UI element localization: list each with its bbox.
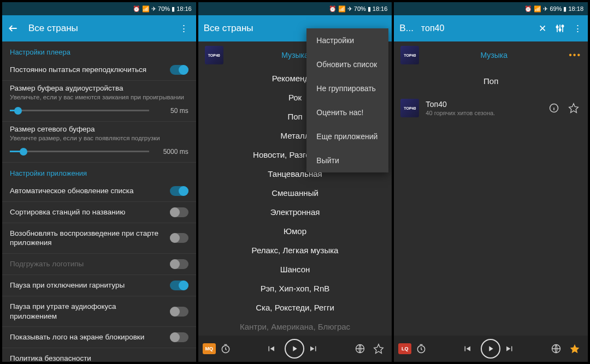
sleep-timer-icon[interactable]: [416, 343, 430, 354]
toggle-show-lock[interactable]: [170, 332, 188, 342]
screen-settings: ⏰ 📶 ✈ 70% ▮ 18:16 Все страны ⋮ Настройки…: [2, 2, 196, 362]
section-more-icon[interactable]: •••: [569, 50, 581, 60]
play-button[interactable]: [285, 339, 304, 359]
setting-resume[interactable]: Возобновлять воспроизведение при старте …: [2, 223, 196, 254]
results-list[interactable]: TOP40 Музыка ••• Поп TOP40 Топ40 40 горя…: [394, 41, 588, 336]
menu-ungroup[interactable]: Не группировать: [306, 76, 388, 100]
station-row[interactable]: TOP40 Топ40 40 горячих хитов сезона.: [394, 93, 588, 123]
category-item[interactable]: Шансон: [198, 260, 392, 279]
star-icon[interactable]: [569, 343, 583, 354]
category-item[interactable]: Электронная: [198, 202, 392, 222]
globe-icon[interactable]: [355, 343, 369, 354]
search-input[interactable]: [421, 23, 530, 33]
alarm-icon: ⏰: [133, 5, 140, 13]
airplane-icon: ✈: [347, 5, 352, 13]
toggle-sort[interactable]: [170, 207, 188, 217]
next-icon[interactable]: [505, 344, 519, 354]
player-bar: LQ: [394, 336, 588, 362]
section-player-header: Настройки плеера: [2, 41, 196, 59]
toggle-pause-focus[interactable]: [170, 307, 188, 317]
quality-badge[interactable]: MQ: [203, 343, 216, 354]
screen-search: ⏰ 📶 ✈ 69% ▮ 18:18 В... ✕ ⋮ TOP40 Музыка …: [394, 2, 588, 362]
slider-net-buffer[interactable]: [10, 151, 149, 152]
genre-header: Поп: [394, 69, 588, 93]
setting-net-buffer: Размер сетевого буфера Увеличте размер, …: [2, 122, 196, 163]
category-item[interactable]: Юмор: [198, 222, 392, 241]
slider-audio-buffer[interactable]: [10, 110, 149, 111]
toggle-resume[interactable]: [170, 233, 188, 243]
toggle-auto-update[interactable]: [170, 186, 188, 196]
prev-icon[interactable]: [266, 344, 280, 354]
top40-icon: TOP40: [400, 46, 419, 64]
player-bar: MQ: [198, 336, 392, 362]
screen-categories: ⏰ 📶 ✈ 70% ▮ 18:16 Все страны Настройки О…: [198, 2, 392, 362]
overflow-icon[interactable]: ⋮: [178, 23, 191, 34]
setting-pause-headset[interactable]: Пауза при отключении гарнитуры: [2, 275, 196, 296]
menu-settings[interactable]: Настройки: [306, 28, 388, 52]
clock: 18:18: [568, 5, 583, 12]
category-item[interactable]: Смешанный: [198, 183, 392, 202]
clock: 18:16: [373, 5, 388, 12]
sleep-timer-icon[interactable]: [220, 343, 234, 354]
quality-badge[interactable]: LQ: [398, 343, 411, 354]
menu-refresh[interactable]: Обновить список: [306, 52, 388, 76]
section-row-music: TOP40 Музыка •••: [394, 41, 588, 69]
category-item[interactable]: Рэп, Хип-хоп, RnB: [198, 279, 392, 298]
wifi-icon: 📶: [338, 5, 346, 13]
setting-privacy[interactable]: Политика безопасности: [2, 348, 196, 362]
svg-point-2: [556, 26, 558, 28]
play-button[interactable]: [481, 339, 500, 359]
app-bar: В... ✕ ⋮: [394, 15, 588, 41]
page-title-short: В...: [399, 23, 414, 34]
setting-logos: Подгружать логотипы: [2, 254, 196, 275]
wifi-icon: 📶: [534, 5, 541, 13]
overflow-icon[interactable]: ⋮: [573, 23, 582, 34]
menu-exit[interactable]: Выйти: [306, 148, 388, 172]
back-icon[interactable]: [8, 23, 21, 34]
menu-more-apps[interactable]: Еще приложений: [306, 124, 388, 148]
toggle-pause-headset[interactable]: [170, 281, 188, 290]
overflow-menu: Настройки Обновить список Не группироват…: [306, 28, 388, 172]
setting-audio-buffer: Размер буфера аудиоустройства Увеличьте,…: [2, 81, 196, 122]
next-icon[interactable]: [309, 344, 323, 354]
setting-pause-focus[interactable]: Пауза при утрате аудиофокуса приложением: [2, 296, 196, 327]
page-title: Все страны: [28, 23, 170, 34]
battery-icon: ▮: [368, 5, 371, 13]
globe-icon[interactable]: [551, 343, 565, 354]
toggle-reconnect[interactable]: [170, 65, 188, 75]
setting-sort[interactable]: Сортировка станций по названию: [2, 202, 196, 223]
airplane-icon: ✈: [543, 5, 548, 13]
svg-point-3: [559, 29, 560, 31]
category-item[interactable]: Релакс, Легкая музыка: [198, 241, 392, 260]
clock: 18:16: [176, 5, 192, 12]
info-icon[interactable]: [548, 103, 562, 114]
net-buffer-value: 5000 ms: [156, 148, 188, 156]
battery-text: 70%: [354, 5, 366, 12]
app-bar: Все страны ⋮: [2, 15, 196, 41]
station-thumb: TOP40: [400, 99, 419, 117]
battery-icon: ▮: [563, 5, 567, 13]
equalizer-icon[interactable]: [554, 23, 565, 34]
section-app-header: Настройки приложения: [2, 163, 196, 181]
audio-buffer-value: 50 ms: [156, 107, 188, 115]
status-bar: ⏰ 📶 ✈ 70% ▮ 18:16: [2, 2, 196, 15]
top40-icon: TOP40: [205, 46, 223, 64]
setting-show-lock[interactable]: Показывать лого на экране блокировки: [2, 327, 196, 348]
category-item[interactable]: Кантри, Американа, Блюграс: [198, 317, 392, 336]
station-desc: 40 горячих хитов сезона.: [426, 110, 542, 116]
status-bar: ⏰ 📶 ✈ 69% ▮ 18:18: [394, 2, 588, 15]
star-icon[interactable]: [568, 103, 581, 114]
section-title: Музыка: [424, 51, 563, 59]
clear-icon[interactable]: ✕: [538, 23, 547, 34]
category-item[interactable]: Ска, Рокстеди, Регги: [198, 298, 392, 317]
svg-point-4: [562, 25, 563, 27]
prev-icon[interactable]: [462, 344, 476, 354]
setting-auto-update[interactable]: Автоматическое обновление списка: [2, 181, 196, 202]
settings-list[interactable]: Настройки плеера Постоянно пытаться пере…: [2, 41, 196, 362]
battery-text: 69%: [550, 5, 562, 12]
station-name: Топ40: [426, 100, 542, 109]
battery-text: 70%: [158, 5, 170, 12]
menu-rate[interactable]: Оценить нас!: [306, 100, 388, 124]
star-icon[interactable]: [373, 343, 387, 354]
setting-reconnect[interactable]: Постоянно пытаться переподключиться: [2, 59, 196, 81]
